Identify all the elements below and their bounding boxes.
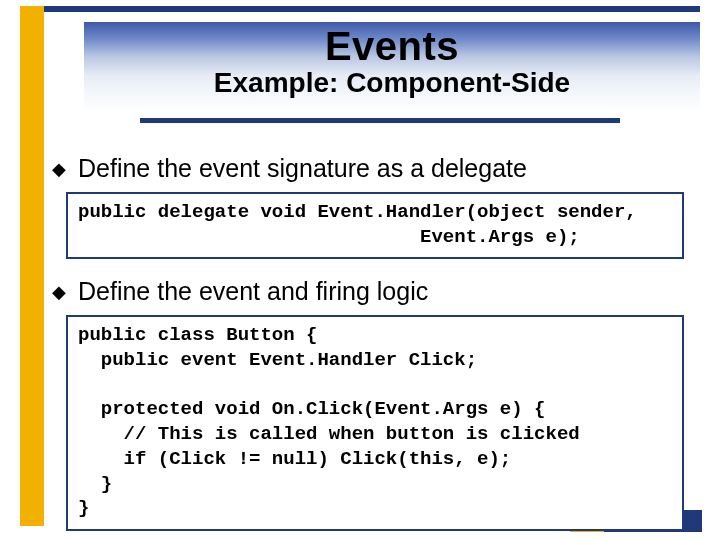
- code-block-class: public class Button { public event Event…: [66, 315, 684, 531]
- slide-title: Events: [84, 22, 700, 69]
- code-block-delegate: public delegate void Event.Handler(objec…: [66, 192, 684, 259]
- top-accent-bar: [20, 6, 700, 12]
- bullet-text: Define the event and firing logic: [78, 277, 428, 306]
- subtitle-underline: [140, 118, 620, 123]
- content-area: ◆ Define the event signature as a delega…: [52, 150, 692, 531]
- bullet-item: ◆ Define the event and firing logic: [52, 277, 692, 307]
- left-accent-bar: [20, 6, 44, 526]
- bullet-item: ◆ Define the event signature as a delega…: [52, 154, 692, 184]
- title-block: Events Example: Component-Side: [84, 22, 700, 112]
- slide: Events Example: Component-Side ◆ Define …: [0, 0, 720, 540]
- bullet-icon: ◆: [52, 277, 66, 307]
- bullet-text: Define the event signature as a delegate: [78, 154, 527, 183]
- slide-subtitle: Example: Component-Side: [84, 67, 700, 99]
- bullet-icon: ◆: [52, 154, 66, 184]
